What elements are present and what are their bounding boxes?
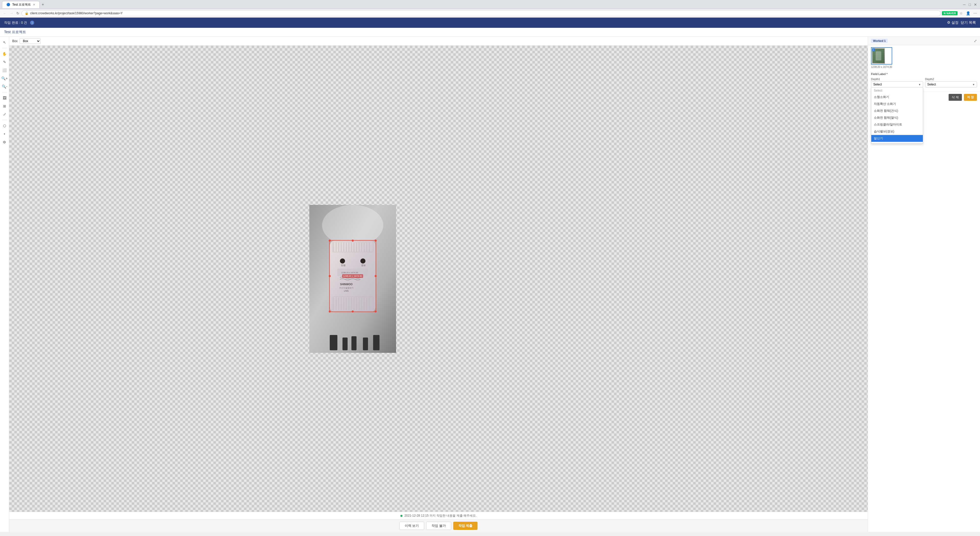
image-tool[interactable]: 🖼 <box>1 94 8 102</box>
canvas-image-container: 전원 경보 1238:20 x 1674:30 SHINWOO 가스누설경보기 … <box>309 205 396 353</box>
submit-work-button[interactable]: 작업 제출 <box>453 522 478 530</box>
svg-rect-46 <box>352 336 356 350</box>
move-tool[interactable]: ⤢ <box>1 111 8 118</box>
dropdown-item-location-indicator[interactable]: 위치표시등 <box>871 142 923 144</box>
bounding-box[interactable]: 1238:20 x 1674:30 <box>329 240 376 312</box>
depth1-dropdown-open: Select 소형소화기 자동확산 소화기 소화전 함체(건식) 소화전 함체(… <box>871 87 923 144</box>
canvas-area[interactable]: 전원 경보 1238:20 x 1674:30 SHINWOO 가스누설경보기 … <box>9 46 868 512</box>
svg-rect-45 <box>342 337 348 350</box>
app-header: 작업 완료 : 0 건 i ⚙ 설정 닫기 목록 <box>0 17 980 28</box>
left-toolbar: ↖ ✋ ✎ ⬜ 🔍+ 🔍- 🖼 ⊞ ⤢ ⬡ • ⚙ <box>0 37 9 532</box>
canvas-column: Box Box Polygon Point <box>9 37 868 532</box>
worked-badge: Worked 1 <box>871 39 888 43</box>
history-view-button[interactable]: 이력 보기 <box>399 522 425 530</box>
top-toolbar: Box Box Polygon Point <box>9 37 868 46</box>
bbox-coords-label: 1238:20 x 1674:30 <box>342 274 363 278</box>
exit-button[interactable]: 닫기 목록 <box>961 21 976 25</box>
bb-handle-top-right[interactable] <box>375 240 377 242</box>
bb-handle-bottom-mid[interactable] <box>352 310 354 313</box>
depth1-select-wrapper: Select ▼ <box>871 81 923 87</box>
depth2-group: Depth2 Select ▼ <box>925 78 977 87</box>
tab-title: Test 프로젝트 <box>12 3 31 7</box>
thumb-image: 1 <box>872 48 885 64</box>
new-tab-button[interactable]: + <box>41 2 45 7</box>
dropdown-item-hydrant-dry[interactable]: 소화전 함체(열식) <box>871 114 923 121</box>
task-complete-label: 작업 완료 : 0 건 <box>4 21 27 25</box>
thumb-frame[interactable]: 1 <box>871 47 892 65</box>
close-button[interactable]: ✕ <box>973 2 978 7</box>
profile-button[interactable]: 👤 <box>965 11 971 16</box>
extensions-button[interactable]: ⋯ <box>972 11 978 16</box>
address-bar[interactable]: 🔒 client.crowdworks.kr/project/task/1598… <box>21 10 941 16</box>
svg-rect-47 <box>363 337 368 350</box>
settings-button[interactable]: ⚙ 설정 <box>947 21 959 25</box>
right-panel-header: Worked 1 ⤢ <box>868 37 980 45</box>
divider-1 <box>2 48 7 48</box>
active-tab[interactable]: 🔵 Test 프로젝트 ✕ <box>2 1 40 8</box>
box-tool[interactable]: ⬜ <box>1 67 8 74</box>
tab-favicon: 🔵 <box>6 3 10 6</box>
action-buttons-bar: 이력 보기 작업 불가 작업 제출 <box>9 519 868 532</box>
field-section: Field Label * Depth1 Select ▼ <box>868 70 980 92</box>
depth2-select-wrapper: Select ▼ <box>925 81 977 87</box>
minimize-button[interactable]: ─ <box>962 2 967 7</box>
ssl-icon: 🔒 <box>25 11 29 15</box>
bb-handle-top-left[interactable] <box>329 240 331 242</box>
divider-2 <box>2 92 7 92</box>
thumbnail-item[interactable]: 1 1238:20 x 16 <box>871 47 892 68</box>
project-title-bar: Test 프로젝트 <box>0 28 980 37</box>
naver-bookmark[interactable]: N NAVER <box>942 11 958 15</box>
zoom-out-tool[interactable]: 🔍- <box>1 83 8 90</box>
right-panel: Worked 1 ⤢ 1 <box>868 37 980 532</box>
bb-handle-top-mid[interactable] <box>352 240 354 242</box>
navigation-bar: ← → ↻ 🔒 client.crowdworks.kr/project/tas… <box>0 9 980 17</box>
reload-button[interactable]: ↻ <box>15 11 21 16</box>
dropdown-item-transmitter[interactable]: 발신기 <box>871 135 923 142</box>
bb-handle-bottom-left[interactable] <box>329 310 331 313</box>
thumbnail-area: 1 1238:20 x 16 <box>868 45 980 70</box>
depth1-label: Depth1 <box>871 78 923 81</box>
browser-chrome: 🔵 Test 프로젝트 ✕ + ─ □ ✕ <box>0 0 980 9</box>
delete-button[interactable]: 삭 제 <box>948 94 962 101</box>
status-message: 2021-12-28 12:15 까지 작업한 내용을 제출 해주세요. <box>404 514 477 518</box>
save-button[interactable]: 저 장 <box>964 94 977 101</box>
dropdown-item-fire-ext[interactable]: 소형소화기 <box>871 94 923 100</box>
thumb-number: 1 <box>872 48 875 51</box>
point-tool[interactable]: • <box>1 130 8 137</box>
forward-button[interactable]: → <box>9 11 14 16</box>
depth1-dropdown-container: Select ▼ Select 소형소화기 자동확산 소화기 소화전 함체(건식… <box>871 81 923 87</box>
dropdown-item-alarm-valve[interactable]: 습식밸브(경보) <box>871 128 923 135</box>
header-left: 작업 완료 : 0 건 i <box>4 21 34 25</box>
layers-tool[interactable]: ⊞ <box>1 103 8 110</box>
maximize-button[interactable]: □ <box>968 2 972 7</box>
status-bar: 2021-12-28 12:15 까지 작업한 내용을 제출 해주세요. <box>9 512 868 519</box>
polygon-tool[interactable]: ⬡ <box>1 122 8 129</box>
depth1-select[interactable]: Select <box>871 81 923 87</box>
stop-work-button[interactable]: 작업 불가 <box>426 522 451 530</box>
depth2-label: Depth2 <box>925 78 977 81</box>
depth1-group: Depth1 Select ▼ Select 소형소화기 자동확산 소 <box>871 78 923 87</box>
tool-select[interactable]: Box Polygon Point <box>20 38 41 44</box>
bb-handle-mid-right[interactable] <box>375 275 377 277</box>
zoom-in-tool[interactable]: 🔍+ <box>1 75 8 82</box>
svg-rect-48 <box>373 335 380 350</box>
thumb-coords: 1238:20 x 1674:30 <box>871 65 892 68</box>
cursor-tool[interactable]: ↖ <box>1 39 8 46</box>
draw-tool[interactable]: ✎ <box>1 59 8 65</box>
header-right: ⚙ 설정 닫기 목록 <box>947 21 976 25</box>
panel-expand-button[interactable]: ⤢ <box>974 39 977 43</box>
tool-type-label: Box <box>12 39 18 43</box>
bb-handle-mid-left[interactable] <box>329 275 331 277</box>
dropdown-item-hydrant-wet[interactable]: 소화전 함체(건식) <box>871 107 923 114</box>
settings-tool[interactable]: ⚙ <box>1 138 8 146</box>
depth2-select[interactable]: Select <box>925 81 977 87</box>
bookmarks-button[interactable]: ☆ <box>959 11 964 16</box>
tab-close-button[interactable]: ✕ <box>33 3 35 6</box>
bb-handle-bottom-right[interactable] <box>375 310 377 313</box>
pan-tool[interactable]: ✋ <box>1 50 8 57</box>
dropdown-item-select[interactable]: Select <box>871 87 923 94</box>
info-icon[interactable]: i <box>30 21 34 25</box>
back-button[interactable]: ← <box>2 11 8 16</box>
dropdown-item-sprinkler[interactable]: 스프링클러/알마이트 <box>871 121 923 128</box>
dropdown-item-auto-fire-ext[interactable]: 자동확산 소화기 <box>871 100 923 107</box>
